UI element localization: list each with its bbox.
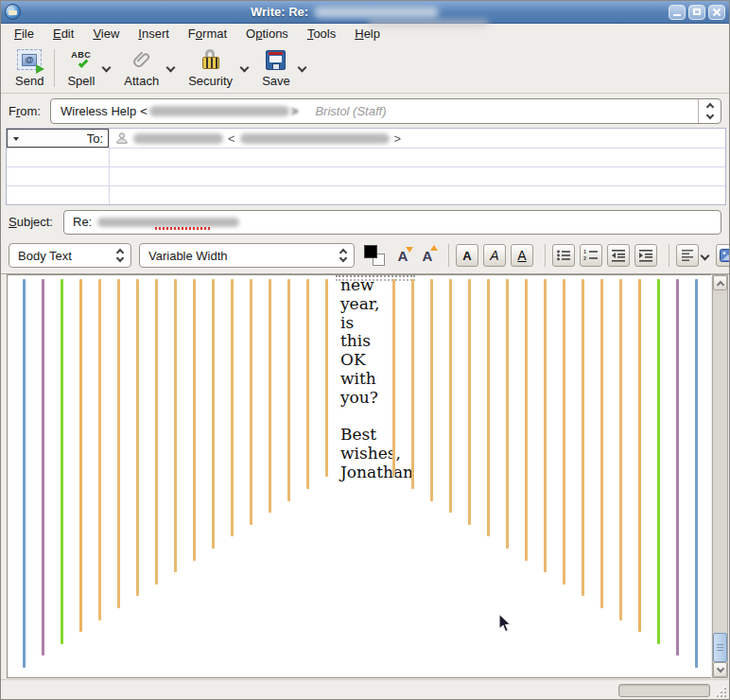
subject-prefix: Re: <box>73 215 92 229</box>
quote-level-bar <box>61 279 63 644</box>
mouse-cursor <box>497 613 512 634</box>
addressing-area: To: < > <box>6 128 726 205</box>
subject-label: Subject: <box>9 215 63 229</box>
titlebar[interactable]: Write: Re: <box>1 1 729 24</box>
empty-recipient-row[interactable] <box>7 166 725 185</box>
body-text-line: with <box>340 370 413 389</box>
body-text-line: wishes, <box>340 445 413 464</box>
recipient-type-cell[interactable] <box>7 186 110 204</box>
bullet-list-button[interactable] <box>552 244 575 267</box>
alignment-dropdown[interactable] <box>676 244 710 267</box>
minimize-button[interactable] <box>669 5 686 20</box>
close-button[interactable] <box>708 5 725 20</box>
align-icon <box>676 244 699 267</box>
body-text-line: is <box>340 314 413 333</box>
toolbar-separator <box>54 49 55 87</box>
scrollbar-thumb[interactable] <box>713 633 727 662</box>
svg-text:1: 1 <box>583 249 586 254</box>
menubar: FileEditViewInsertFormatOptionsToolsHelp <box>1 24 729 43</box>
quote-level-bar <box>212 279 215 549</box>
from-select-spinner[interactable] <box>698 99 721 123</box>
attach-dropdown-chevron-icon[interactable] <box>166 63 176 73</box>
paragraph-select-spinner[interactable] <box>110 244 130 267</box>
save-button[interactable]: Save <box>257 45 295 90</box>
outdent-icon <box>611 249 626 262</box>
security-dropdown-chevron-icon[interactable] <box>240 63 250 73</box>
decrease-font-size-button[interactable]: A <box>392 244 413 267</box>
insert-image-dropdown[interactable] <box>716 244 730 267</box>
alignment-chevron-icon <box>701 251 710 260</box>
compose-window: Write: Re: FileEditViewInsertFormatOptio… <box>0 0 730 700</box>
main-toolbar: @ Send ABC Spell Attach Security Save <box>1 43 729 94</box>
from-identity-select[interactable]: Wireless Help < > Bristol (Staff) <box>50 98 721 124</box>
recipient-address-cell[interactable] <box>110 149 725 166</box>
recipient-type-cell[interactable] <box>7 149 110 166</box>
outdent-button[interactable] <box>607 244 630 267</box>
body-text-line: OK <box>340 351 413 370</box>
redacted-subject-text <box>97 218 239 227</box>
body-text-line: Jonathan <box>340 464 413 482</box>
message-body-editor[interactable]: newyear,isthisOKwithyou? Bestwishes,Jona… <box>7 274 711 678</box>
toolbar-separator <box>448 244 449 267</box>
menu-tools[interactable]: Tools <box>298 26 345 42</box>
indent-button[interactable] <box>634 244 657 267</box>
angle-close: > <box>394 131 402 146</box>
body-text-line: you? <box>340 389 413 408</box>
save-dropdown-chevron-icon[interactable] <box>297 63 306 73</box>
font-select-spinner[interactable] <box>333 244 354 267</box>
menu-view[interactable]: View <box>83 26 129 42</box>
subject-input[interactable]: Re: <box>63 210 721 235</box>
recipient-address-cell[interactable] <box>110 186 725 204</box>
recipient-address-cell[interactable]: < > <box>110 129 725 148</box>
lock-icon <box>202 47 219 72</box>
recipient-type-select[interactable]: To: <box>7 129 109 148</box>
body-text-line: new <box>340 276 413 295</box>
account-hint: Bristol (Staff) <box>315 104 386 118</box>
maximize-button[interactable] <box>688 5 705 20</box>
quote-level-bar <box>544 279 547 572</box>
increase-font-size-button[interactable]: A <box>417 244 438 267</box>
quoted-message-text: newyear,isthisOKwithyou? Bestwishes,Jona… <box>340 276 413 482</box>
recipient-type-cell[interactable] <box>7 167 110 185</box>
font-select[interactable]: Variable Width <box>139 243 355 268</box>
send-button[interactable]: @ Send <box>10 45 48 90</box>
attach-button[interactable]: Attach <box>119 45 164 90</box>
recipient-address-cell[interactable] <box>110 167 725 185</box>
angle-open: < <box>140 104 148 118</box>
menu-edit[interactable]: Edit <box>43 26 83 42</box>
quote-level-bar <box>231 279 234 536</box>
menu-insert[interactable]: Insert <box>129 26 179 42</box>
menu-options[interactable]: Options <box>236 26 298 42</box>
menu-file[interactable]: File <box>5 26 43 42</box>
quote-level-bar <box>269 279 271 513</box>
bold-button[interactable]: A <box>456 244 478 267</box>
underline-button[interactable]: A <box>511 244 533 267</box>
empty-recipient-row[interactable] <box>7 185 725 204</box>
security-button[interactable]: Security <box>183 45 237 90</box>
quote-level-bar <box>250 279 252 525</box>
toolbar-separator <box>545 244 546 267</box>
scroll-up-button[interactable] <box>713 275 727 290</box>
maximize-icon <box>693 9 701 15</box>
redacted-overflow-smudge <box>368 19 489 28</box>
quote-level-bar <box>392 279 395 477</box>
spell-dropdown-chevron-icon[interactable] <box>102 63 112 73</box>
resize-grip[interactable] <box>716 687 727 698</box>
angle-open: < <box>228 131 235 146</box>
foreground-color-swatch <box>364 245 377 258</box>
scroll-down-button[interactable] <box>713 662 727 677</box>
indent-icon <box>638 249 653 262</box>
text-color-picker[interactable] <box>364 245 385 266</box>
spell-check-icon: ABC <box>71 47 91 72</box>
close-icon <box>712 8 721 17</box>
paragraph-style-select[interactable]: Body Text <box>9 243 131 268</box>
empty-recipient-row[interactable] <box>7 148 725 166</box>
quote-level-bar <box>287 279 290 501</box>
vertical-scrollbar[interactable] <box>712 274 728 678</box>
italic-button[interactable]: A <box>483 244 506 267</box>
quote-level-bar <box>600 279 603 608</box>
spell-button[interactable]: ABC Spell <box>62 45 99 90</box>
numbered-list-button[interactable]: 1 2 <box>580 244 602 267</box>
from-identity-name: Wireless Help <box>61 104 136 118</box>
menu-format[interactable]: Format <box>179 26 236 42</box>
